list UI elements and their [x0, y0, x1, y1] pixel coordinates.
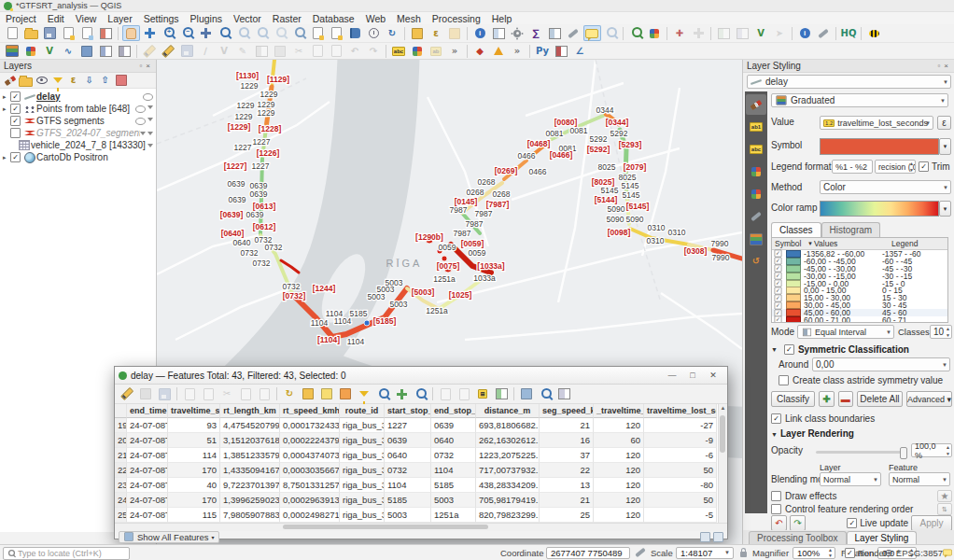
delete-all-button[interactable]: Delete All: [857, 391, 903, 407]
locator-input[interactable]: Type to locate (Ctrl+K): [3, 547, 130, 560]
close-panel-icon[interactable]: ×: [144, 62, 152, 70]
expand-all-button[interactable]: ⇩: [82, 74, 97, 87]
filter-legend-button[interactable]: [50, 74, 65, 87]
precision-spinner[interactable]: recision ( 0▲▼: [875, 160, 916, 174]
new-map-view-button[interactable]: [309, 25, 327, 41]
layer-diagram-button[interactable]: [409, 43, 427, 59]
draw-effects-checkbox[interactable]: [771, 491, 781, 501]
style-manager-button[interactable]: [97, 25, 115, 41]
move-selection-top-button[interactable]: [337, 386, 355, 402]
class-checkbox[interactable]: [775, 301, 782, 309]
around-select[interactable]: 0,00▼: [812, 357, 950, 371]
paste-features-button[interactable]: [328, 43, 345, 59]
pointer-dim-button[interactable]: ➤: [771, 25, 789, 41]
elevation-tab[interactable]: [746, 229, 766, 249]
column-header-traveltime_secor[interactable]: traveltime_secor: [168, 404, 220, 418]
cut-button[interactable]: ✂: [218, 386, 236, 402]
menu-raster[interactable]: Raster: [267, 13, 307, 24]
zoom-out-button[interactable]: −: [178, 25, 196, 41]
search-button[interactable]: [537, 386, 554, 402]
extents-toggle-icon[interactable]: [635, 548, 646, 558]
menu-edit[interactable]: Edit: [42, 13, 70, 24]
modify-attrs-button[interactable]: [253, 43, 271, 59]
bee-plugin-button[interactable]: [865, 25, 883, 41]
layer-blend-select[interactable]: Normal▼: [820, 472, 881, 486]
astride-checkbox[interactable]: [779, 375, 789, 385]
attribute-window-titlebar[interactable]: delay — Features Total: 43, Filtered: 43…: [115, 367, 727, 385]
table-row-22[interactable]: 2224-07-08T2...1701,4335094167...0,00030…: [115, 463, 727, 478]
menu-vector[interactable]: Vector: [228, 13, 267, 24]
class-row[interactable]: 60,00 - 71,0060 - 71: [772, 316, 947, 323]
remove-layer-button[interactable]: [114, 74, 129, 87]
delete-selected-button[interactable]: ↻: [281, 386, 299, 402]
diagrams-tab[interactable]: [746, 184, 766, 204]
undock-panel-icon[interactable]: ▫: [137, 62, 144, 70]
style-copy-button[interactable]: [646, 25, 664, 41]
data-source-manager-button[interactable]: [4, 43, 21, 59]
remove-class-button[interactable]: ▬: [838, 391, 853, 407]
styling-layer-select[interactable]: delay▼: [747, 75, 951, 89]
open-project-button[interactable]: [22, 25, 40, 41]
zoom-to-selection-button[interactable]: [272, 25, 289, 41]
digitize-button[interactable]: ∕: [197, 43, 215, 59]
new-geojson-button[interactable]: ∿: [60, 43, 77, 59]
column-header-traveltime_lost_seconds[interactable]: traveltime_lost_seconds: [644, 404, 717, 418]
column-header-_traveltime_seco[interactable]: _traveltime_seco: [594, 404, 644, 418]
select-by-expression-button[interactable]: ε: [428, 25, 445, 41]
vertex-tool-button[interactable]: V: [752, 25, 770, 41]
close-button[interactable]: ✕: [703, 371, 723, 380]
mode-select[interactable]: Equal Interval▼: [797, 325, 894, 339]
redo-style-button[interactable]: ↷: [790, 515, 806, 531]
select-features-button[interactable]: [409, 25, 427, 41]
symmetric-classification-header[interactable]: ▼ Symmetric Classification: [771, 344, 909, 355]
classify-button[interactable]: Classify: [771, 391, 815, 407]
zoom-next-button[interactable]: [253, 25, 271, 41]
collapse-all-button[interactable]: ⇧: [98, 74, 113, 87]
close-panel-icon[interactable]: ×: [942, 62, 950, 70]
class-checkbox[interactable]: [775, 273, 782, 280]
menu-mesh[interactable]: Mesh: [391, 13, 427, 24]
scale-select[interactable]: 1:48107▼: [676, 547, 734, 559]
add-record-button[interactable]: V: [216, 43, 233, 59]
menu-plugins[interactable]: Plugins: [185, 13, 228, 24]
map-tips-button[interactable]: [583, 25, 601, 41]
pan-map-button[interactable]: [122, 25, 140, 41]
tab-classes[interactable]: Classes: [771, 222, 821, 237]
attribute-table-button[interactable]: [546, 25, 564, 41]
symbol-dropdown-button[interactable]: ▼: [939, 138, 951, 155]
reload-button[interactable]: [181, 386, 199, 402]
table-row-21[interactable]: 2124-07-08T2...1141,3851233579...0,00043…: [115, 448, 727, 463]
layer-item-vehicle-2024-7-8-143330[interactable]: vehicle_2024_7_8 [143330]: [0, 139, 156, 151]
plugin-grid-button[interactable]: [553, 43, 570, 59]
wrench-button[interactable]: [815, 25, 833, 41]
live-update-checkbox[interactable]: [847, 518, 857, 528]
column-header-start_stop_id[interactable]: start_stop_id: [385, 404, 431, 418]
overflow-chevron-2[interactable]: »: [509, 43, 526, 59]
layer-item-gtfs-2024-07-segments-gtfs[interactable]: GTFS_2024-07_segments — gtfs_: [0, 127, 156, 139]
layer-item-points-from-table-648[interactable]: ▸Points from table [648]: [0, 103, 156, 115]
new-shapefile-button[interactable]: V: [41, 43, 59, 59]
column-header-distance_m[interactable]: distance_m: [476, 404, 540, 418]
new-project-button[interactable]: [4, 25, 21, 41]
classes-count-spinner[interactable]: 10▲▼: [930, 325, 952, 339]
crs-value[interactable]: EPSG:3857: [896, 548, 943, 558]
temporal-controller-button[interactable]: [365, 25, 383, 41]
callouts-tab[interactable]: abc: [746, 139, 766, 160]
open-layer-styling-button[interactable]: [3, 74, 18, 87]
trim-checkbox[interactable]: [919, 161, 929, 172]
zoom-native-button[interactable]: [197, 25, 215, 41]
new-virtual-layer-button[interactable]: [116, 43, 133, 59]
hq-plugin-button[interactable]: HQ: [840, 25, 858, 41]
osm-search-button[interactable]: [627, 25, 645, 41]
deselect-button[interactable]: [446, 25, 464, 41]
menu-web[interactable]: Web: [360, 13, 391, 24]
color-ramp-dropdown-button[interactable]: ▼: [939, 201, 951, 217]
panel-toggle-icon[interactable]: [713, 532, 723, 542]
zoom-full-button[interactable]: [216, 25, 233, 41]
class-checkbox[interactable]: [775, 265, 782, 273]
menu-processing[interactable]: Processing: [427, 13, 486, 24]
zoom-to-selection-button[interactable]: [374, 386, 392, 402]
history-tab[interactable]: ↺: [746, 251, 766, 272]
layer-visibility-checkbox[interactable]: [10, 91, 21, 102]
bookmarks-button[interactable]: [346, 25, 364, 41]
